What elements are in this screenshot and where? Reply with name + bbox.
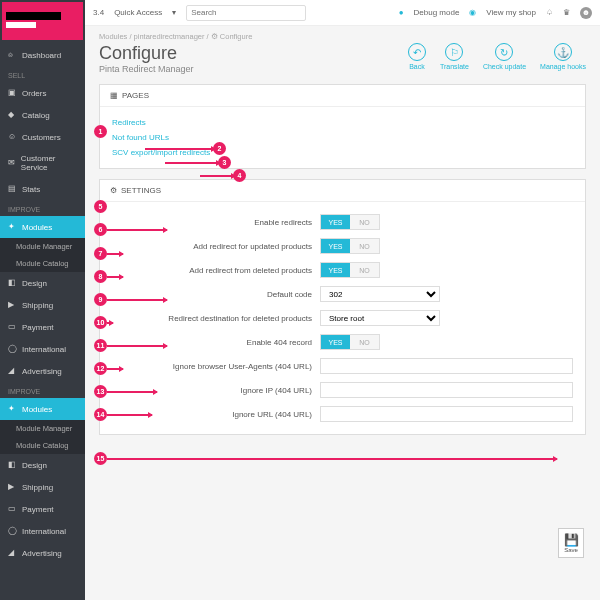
sidebar-service[interactable]: ✉Customer Service bbox=[0, 148, 85, 178]
manage-hooks-button[interactable]: ⚓Manage hooks bbox=[540, 43, 586, 70]
deleted-products-toggle[interactable]: YESNO bbox=[320, 262, 380, 278]
tag-icon: ◆ bbox=[8, 110, 18, 120]
sidebar-label: Design bbox=[22, 461, 47, 470]
sidebar-module-catalog2[interactable]: Module Catalog bbox=[0, 437, 85, 454]
sidebar-label: Advertising bbox=[22, 367, 62, 376]
sidebar-modules2[interactable]: ✦Modules bbox=[0, 398, 85, 420]
debug-mode[interactable]: Debug mode bbox=[414, 8, 460, 17]
sidebar-intl[interactable]: ◯International bbox=[0, 338, 85, 360]
view-shop[interactable]: View my shop bbox=[486, 8, 536, 17]
annotation-1: 1 bbox=[94, 125, 107, 138]
back-button[interactable]: ↶Back bbox=[408, 43, 426, 70]
sidebar-payment[interactable]: ▭Payment bbox=[0, 316, 85, 338]
enable-redirects-toggle[interactable]: YESNO bbox=[320, 214, 380, 230]
annotation-arrow bbox=[107, 345, 167, 347]
bell-icon[interactable]: ♤ bbox=[546, 8, 553, 17]
puzzle-icon: ✦ bbox=[8, 222, 18, 232]
sidebar-heading-improve: IMPROVE bbox=[0, 200, 85, 216]
sidebar-label: Shipping bbox=[22, 301, 53, 310]
version: 3.4 bbox=[93, 8, 104, 17]
sidebar-stats[interactable]: ▤Stats bbox=[0, 178, 85, 200]
translate-button[interactable]: ⚐Translate bbox=[440, 43, 469, 70]
sidebar-shipping2[interactable]: ▶Shipping bbox=[0, 476, 85, 498]
annotation-arrow bbox=[200, 175, 235, 177]
sidebar-module-manager[interactable]: Module Manager bbox=[0, 238, 85, 255]
sidebar-dashboard[interactable]: ⌾Dashboard bbox=[0, 44, 85, 66]
ignore-ua-input[interactable] bbox=[320, 358, 573, 374]
sidebar-label: Shipping bbox=[22, 483, 53, 492]
megaphone-icon: ◢ bbox=[8, 548, 18, 558]
sidebar-shipping[interactable]: ▶Shipping bbox=[0, 294, 85, 316]
annotation-2: 2 bbox=[213, 142, 226, 155]
annotation-7: 7 bbox=[94, 247, 107, 260]
ignore-url-input[interactable] bbox=[320, 406, 573, 422]
ignore-ua-label[interactable]: Ignore browser User-Agents (404 URL) bbox=[112, 359, 312, 374]
deleted-products-label: Add redirect from deleted products bbox=[112, 266, 312, 275]
sidebar-catalog[interactable]: ◆Catalog bbox=[0, 104, 85, 126]
annotation-15: 15 bbox=[94, 452, 107, 465]
avatar[interactable]: ☻ bbox=[580, 7, 592, 19]
sidebar-module-manager2[interactable]: Module Manager bbox=[0, 420, 85, 437]
sidebar-heading-sell: SELL bbox=[0, 66, 85, 82]
default-code-select[interactable]: 302 bbox=[320, 286, 440, 302]
globe-icon: ◯ bbox=[8, 344, 18, 354]
sidebar-adv2[interactable]: ◢Advertising bbox=[0, 542, 85, 564]
annotation-arrow bbox=[165, 162, 220, 164]
search-input[interactable] bbox=[186, 5, 306, 21]
sidebar-adv[interactable]: ◢Advertising bbox=[0, 360, 85, 382]
cart-icon: ▣ bbox=[8, 88, 18, 98]
ignore-ip-input[interactable] bbox=[320, 382, 573, 398]
sidebar-label: Payment bbox=[22, 323, 54, 332]
pages-heading: PAGES bbox=[122, 91, 149, 100]
sidebar-payment2[interactable]: ▭Payment bbox=[0, 498, 85, 520]
check-update-button[interactable]: ↻Check update bbox=[483, 43, 526, 70]
logo bbox=[2, 2, 83, 40]
pages-panel: ▦PAGES Redirects Not found URLs SCV expo… bbox=[99, 84, 586, 169]
trophy-icon[interactable]: ♛ bbox=[563, 8, 570, 17]
annotation-arrow bbox=[107, 391, 157, 393]
design-icon: ◧ bbox=[8, 278, 18, 288]
sidebar-label: International bbox=[22, 527, 66, 536]
enable-404-toggle[interactable]: YESNO bbox=[320, 334, 380, 350]
chart-icon: ▤ bbox=[8, 184, 18, 194]
sidebar-modules[interactable]: ✦Modules bbox=[0, 216, 85, 238]
sidebar-label: Catalog bbox=[22, 111, 50, 120]
speed-icon: ⌾ bbox=[8, 50, 18, 60]
annotation-12: 12 bbox=[94, 362, 107, 375]
updated-products-label[interactable]: Add redirect for updated products bbox=[112, 239, 312, 254]
user-icon: ☺ bbox=[8, 132, 18, 142]
save-button[interactable]: Save bbox=[558, 528, 584, 558]
sidebar-intl2[interactable]: ◯International bbox=[0, 520, 85, 542]
ignore-ip-label[interactable]: Ignore IP (404 URL) bbox=[112, 383, 312, 398]
topbar: 3.4 Quick Access▾ ●Debug mode ◉View my s… bbox=[85, 0, 600, 26]
sidebar-label: Orders bbox=[22, 89, 46, 98]
sidebar-orders[interactable]: ▣Orders bbox=[0, 82, 85, 104]
annotation-9: 9 bbox=[94, 293, 107, 306]
action-label: Check update bbox=[483, 63, 526, 70]
quick-access[interactable]: Quick Access bbox=[114, 8, 162, 17]
sidebar-label: Modules bbox=[22, 223, 52, 232]
sidebar-label: Customer Service bbox=[21, 154, 77, 172]
redirect-dest-label: Redirect destination for deleted product… bbox=[112, 314, 312, 323]
annotation-11: 11 bbox=[94, 339, 107, 352]
updated-products-toggle[interactable]: YESNO bbox=[320, 238, 380, 254]
sidebar-design[interactable]: ◧Design bbox=[0, 272, 85, 294]
sidebar-customers[interactable]: ☺Customers bbox=[0, 126, 85, 148]
annotation-arrow bbox=[107, 299, 167, 301]
annotation-arrow bbox=[107, 276, 123, 278]
action-label: Translate bbox=[440, 63, 469, 70]
annotation-arrow bbox=[107, 414, 152, 416]
sidebar-label: Payment bbox=[22, 505, 54, 514]
action-label: Manage hooks bbox=[540, 63, 586, 70]
redirect-dest-select[interactable]: Store root bbox=[320, 310, 440, 326]
sidebar-module-catalog[interactable]: Module Catalog bbox=[0, 255, 85, 272]
notfound-link[interactable]: Not found URLs bbox=[112, 130, 573, 145]
redirects-link[interactable]: Redirects bbox=[112, 115, 573, 130]
truck-icon: ▶ bbox=[8, 300, 18, 310]
debug-icon: ● bbox=[399, 8, 404, 17]
annotation-6: 6 bbox=[94, 223, 107, 236]
sidebar: ⌾Dashboard SELL ▣Orders ◆Catalog ☺Custom… bbox=[0, 0, 85, 600]
sidebar-design2[interactable]: ◧Design bbox=[0, 454, 85, 476]
settings-panel: ⚙SETTINGS Enable redirectsYESNO Add redi… bbox=[99, 179, 586, 435]
globe-icon: ◯ bbox=[8, 526, 18, 536]
